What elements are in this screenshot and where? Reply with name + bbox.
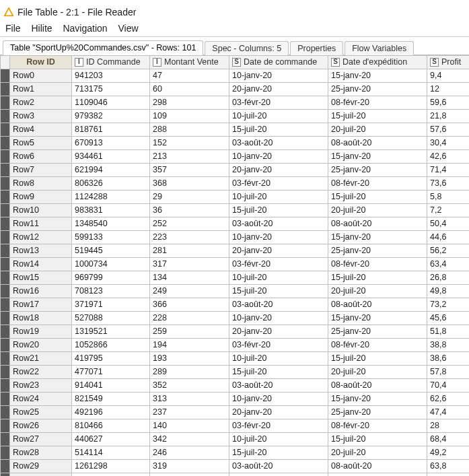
table-row[interactable]: Row1852708822810-janv-2015-janv-2045,6 bbox=[1, 312, 470, 325]
row-id-cell: Row27 bbox=[10, 433, 72, 446]
header-col-2[interactable]: SDate de commande bbox=[229, 56, 328, 69]
menu-file[interactable]: File bbox=[5, 23, 21, 34]
table-row[interactable]: Row2141979519310-juil-2015-juil-2038,6 bbox=[1, 352, 470, 366]
table-row[interactable]: Row09412034710-janv-2015-janv-209,4 bbox=[1, 69, 470, 83]
header-col-0[interactable]: IID Commande bbox=[72, 56, 150, 69]
row-handle[interactable] bbox=[1, 393, 10, 406]
row-handle[interactable] bbox=[1, 244, 10, 258]
data-cell: 50,4 bbox=[427, 217, 470, 231]
table-row[interactable]: Row19131952125920-janv-2025-janv-2051,8 bbox=[1, 325, 470, 339]
row-handle[interactable] bbox=[1, 325, 10, 339]
table-row[interactable]: Row1737197136603-août-2008-août-2073,2 bbox=[1, 298, 470, 312]
row-handle[interactable] bbox=[1, 406, 10, 419]
data-cell: 08-août-20 bbox=[328, 217, 427, 231]
row-handle[interactable] bbox=[1, 217, 10, 231]
table-row[interactable]: Row2851411424615-juil-2020-juil-2049,2 bbox=[1, 446, 470, 460]
table-row[interactable]: Row109838313615-juil-2020-juil-207,2 bbox=[1, 204, 470, 217]
table-row[interactable]: Row2744062734210-juil-2015-juil-2068,4 bbox=[1, 433, 470, 446]
table-row[interactable]: Row2110904629803-févr-2008-févr-2059,6 bbox=[1, 96, 470, 110]
row-handle[interactable] bbox=[1, 460, 10, 473]
table-row[interactable]: Row30127919710210-janv-2015-janv-2020,4 bbox=[1, 473, 470, 477]
row-handle[interactable] bbox=[1, 285, 10, 298]
data-cell: 223 bbox=[150, 231, 229, 244]
header-col-4[interactable]: SProfit bbox=[427, 56, 470, 69]
data-cell: 818761 bbox=[72, 123, 150, 137]
table-row[interactable]: Row880632636803-févr-2008-févr-2073,6 bbox=[1, 177, 470, 191]
header-rowid[interactable]: Row ID bbox=[10, 56, 72, 69]
row-handle[interactable] bbox=[1, 83, 10, 96]
table-row[interactable]: Row20105286619403-févr-2008-févr-2038,8 bbox=[1, 339, 470, 352]
table-row[interactable]: Row911242882910-juil-2015-juil-205,8 bbox=[1, 191, 470, 204]
row-handle[interactable] bbox=[1, 69, 10, 83]
row-handle[interactable] bbox=[1, 150, 10, 164]
table-row[interactable]: Row2549219623720-janv-2025-janv-2047,4 bbox=[1, 406, 470, 419]
tab-properties[interactable]: Properties bbox=[290, 41, 343, 55]
header-col-3[interactable]: SDate d'expédition bbox=[328, 56, 427, 69]
data-cell: 1261298 bbox=[72, 460, 150, 473]
data-cell: 42,6 bbox=[427, 150, 470, 164]
row-handle[interactable] bbox=[1, 366, 10, 379]
row-handle[interactable] bbox=[1, 96, 10, 110]
data-cell: 313 bbox=[150, 393, 229, 406]
row-id-cell: Row20 bbox=[10, 339, 72, 352]
table-row[interactable]: Row1596979913410-juil-2015-juil-2026,8 bbox=[1, 271, 470, 285]
row-handle[interactable] bbox=[1, 231, 10, 244]
row-handle[interactable] bbox=[1, 298, 10, 312]
row-handle[interactable] bbox=[1, 352, 10, 366]
menubar: File Hilite Navigation View bbox=[0, 22, 469, 37]
table-row[interactable]: Row2247707128915-juil-2020-juil-2057,8 bbox=[1, 366, 470, 379]
row-handle[interactable] bbox=[1, 137, 10, 150]
row-handle[interactable] bbox=[1, 379, 10, 393]
table-row[interactable]: Row567091315203-août-2008-août-2030,4 bbox=[1, 137, 470, 150]
tab-table[interactable]: Table "SportUp%20Commandes.csv" - Rows: … bbox=[3, 40, 203, 55]
table-row[interactable]: Row2681046614003-févr-2008-févr-2028 bbox=[1, 419, 470, 433]
table-row[interactable]: Row2482154931310-janv-2015-janv-2062,6 bbox=[1, 393, 470, 406]
row-handle[interactable] bbox=[1, 110, 10, 123]
menu-navigation[interactable]: Navigation bbox=[63, 23, 107, 34]
data-cell: 1052866 bbox=[72, 339, 150, 352]
row-handle[interactable] bbox=[1, 191, 10, 204]
data-cell: 15-janv-20 bbox=[328, 69, 427, 83]
row-handle[interactable] bbox=[1, 473, 10, 477]
table-row[interactable]: Row1259913322310-janv-2015-janv-2044,6 bbox=[1, 231, 470, 244]
row-handle[interactable] bbox=[1, 204, 10, 217]
row-handle[interactable] bbox=[1, 433, 10, 446]
table-row[interactable]: Row481876128815-juil-2020-juil-2057,6 bbox=[1, 123, 470, 137]
data-cell: 419795 bbox=[72, 352, 150, 366]
row-handle[interactable] bbox=[1, 446, 10, 460]
data-cell: 969799 bbox=[72, 271, 150, 285]
table-row[interactable]: Row1670812324915-juil-2020-juil-2049,8 bbox=[1, 285, 470, 298]
row-handle[interactable] bbox=[1, 339, 10, 352]
data-cell: 15-janv-20 bbox=[328, 312, 427, 325]
table-row[interactable]: Row693446121310-janv-2015-janv-2042,6 bbox=[1, 150, 470, 164]
row-handle[interactable] bbox=[1, 123, 10, 137]
table-row[interactable]: Row1351944528120-janv-2025-janv-2056,2 bbox=[1, 244, 470, 258]
data-cell: 15-juil-20 bbox=[328, 271, 427, 285]
data-cell: 15-juil-20 bbox=[229, 446, 328, 460]
table-row[interactable]: Row397938210910-juil-2015-juil-2021,8 bbox=[1, 110, 470, 123]
table-row[interactable]: Row14100073431703-févr-2008-févr-2063,4 bbox=[1, 258, 470, 271]
menu-view[interactable]: View bbox=[118, 23, 139, 34]
table-container: Row ID IID Commande IMontant Vente SDate… bbox=[0, 55, 469, 476]
row-handle[interactable] bbox=[1, 258, 10, 271]
tab-flowvars[interactable]: Flow Variables bbox=[345, 41, 414, 55]
row-handle[interactable] bbox=[1, 312, 10, 325]
data-cell: 15-juil-20 bbox=[229, 366, 328, 379]
table-row[interactable]: Row29126129831903-août-2008-août-2063,8 bbox=[1, 460, 470, 473]
row-handle[interactable] bbox=[1, 271, 10, 285]
table-row[interactable]: Row2391404135203-août-2008-août-2070,4 bbox=[1, 379, 470, 393]
row-id-cell: Row14 bbox=[10, 258, 72, 271]
row-handle[interactable] bbox=[1, 419, 10, 433]
data-cell: 68,4 bbox=[427, 433, 470, 446]
row-handle[interactable] bbox=[1, 164, 10, 177]
menu-hilite[interactable]: Hilite bbox=[31, 23, 52, 34]
table-row[interactable]: Row17131756020-janv-2025-janv-2012 bbox=[1, 83, 470, 96]
data-cell: 59,6 bbox=[427, 96, 470, 110]
row-handle[interactable] bbox=[1, 177, 10, 191]
header-col-1[interactable]: IMontant Vente bbox=[150, 56, 229, 69]
row-id-cell: Row30 bbox=[10, 473, 72, 477]
table-row[interactable]: Row762199435720-janv-2025-janv-2071,4 bbox=[1, 164, 470, 177]
tab-spec[interactable]: Spec - Columns: 5 bbox=[205, 41, 289, 55]
table-row[interactable]: Row11134854025203-août-2008-août-2050,4 bbox=[1, 217, 470, 231]
data-cell: 10-janv-20 bbox=[229, 69, 328, 83]
